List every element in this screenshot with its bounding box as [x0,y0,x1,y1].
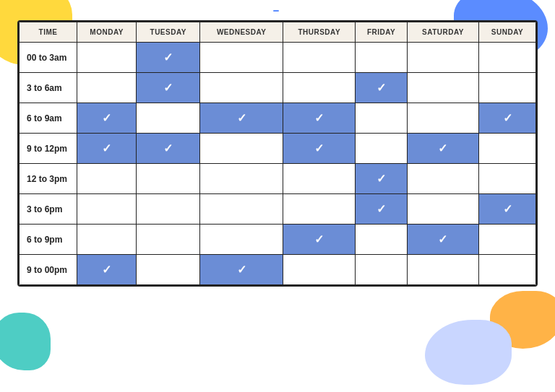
cell-time-4: 12 to 3pm [20,164,77,194]
cell-row3-col6 [479,134,536,164]
cell-time-5: 3 to 6pm [20,194,77,225]
cell-row5-col0 [77,194,137,225]
cell-row6-col4 [356,225,408,255]
cell-row1-col6 [479,73,536,103]
col-header-saturday: SATURDAY [407,22,478,43]
cell-row2-col0: ✓ [77,103,137,134]
cell-row6-col2 [200,225,283,255]
cell-row2-col5 [407,103,478,134]
checkmark-icon: ✓ [314,112,324,124]
cell-time-3: 9 to 12pm [20,134,77,164]
cell-row1-col1: ✓ [137,73,200,103]
cell-row7-col4 [356,255,408,285]
checkmark-icon: ✓ [163,82,173,94]
cell-time-2: 6 to 9am [20,103,77,134]
schedule-table-wrapper: TIME MONDAY TUESDAY WEDNESDAY THURSDAY F… [17,20,538,287]
cell-row4-col0 [77,164,137,194]
col-header-tuesday: TUESDAY [137,22,200,43]
cell-row4-col3 [283,164,356,194]
cell-row2-col4 [356,103,408,134]
brand-header [273,10,282,12]
cell-row0-col4 [356,43,408,73]
checkmark-icon: ✓ [377,82,386,94]
table-row: 00 to 3am✓ [20,43,536,73]
checkmark-icon: ✓ [314,142,324,154]
table-row: 3 to 6pm✓✓ [20,194,536,225]
cell-row3-col4 [356,134,408,164]
page-container: TIME MONDAY TUESDAY WEDNESDAY THURSDAY F… [0,0,555,392]
table-row: 12 to 3pm✓ [20,164,536,194]
cell-row3-col3: ✓ [283,134,356,164]
cell-row0-col1: ✓ [137,43,200,73]
cell-row5-col4: ✓ [356,194,408,225]
table-header-row: TIME MONDAY TUESDAY WEDNESDAY THURSDAY F… [20,22,536,43]
cell-row6-col6 [479,225,536,255]
cell-row2-col6: ✓ [479,103,536,134]
table-row: 3 to 6am✓✓ [20,73,536,103]
cell-row7-col6 [479,255,536,285]
checkmark-icon: ✓ [438,233,447,245]
cell-row1-col3 [283,73,356,103]
checkmark-icon: ✓ [102,112,111,124]
cell-row0-col5 [407,43,478,73]
cell-row7-col2: ✓ [200,255,283,285]
checkmark-icon: ✓ [314,233,324,245]
col-header-thursday: THURSDAY [283,22,356,43]
cell-row3-col0: ✓ [77,134,137,164]
cell-row6-col3: ✓ [283,225,356,255]
cell-row5-col3 [283,194,356,225]
checkmark-icon: ✓ [377,173,386,185]
cell-row1-col5 [407,73,478,103]
table-row: 9 to 00pm✓✓ [20,255,536,285]
cell-row0-col6 [479,43,536,73]
checkmark-icon: ✓ [237,263,246,276]
cell-row1-col0 [77,73,137,103]
checkmark-icon: ✓ [102,142,111,154]
cell-row1-col4: ✓ [356,73,408,103]
col-header-monday: MONDAY [77,22,137,43]
cell-row3-col1: ✓ [137,134,200,164]
cell-time-0: 00 to 3am [20,43,77,73]
cell-time-7: 9 to 00pm [20,255,77,285]
cell-row5-col5 [407,194,478,225]
cell-row7-col1 [137,255,200,285]
cell-row2-col1 [137,103,200,134]
table-row: 6 to 9am✓✓✓✓ [20,103,536,134]
cell-row7-col3 [283,255,356,285]
col-header-friday: FRIDAY [356,22,408,43]
col-header-time: TIME [20,22,77,43]
checkmark-icon: ✓ [102,263,111,276]
cell-time-6: 6 to 9pm [20,225,77,255]
cell-row7-col5 [407,255,478,285]
brand-icon [273,10,279,12]
table-row: 6 to 9pm✓✓ [20,225,536,255]
cell-time-1: 3 to 6am [20,73,77,103]
cell-row4-col6 [479,164,536,194]
cell-row5-col2 [200,194,283,225]
checkmark-icon: ✓ [163,51,173,64]
cell-row7-col0: ✓ [77,255,137,285]
checkmark-icon: ✓ [237,112,246,124]
cell-row3-col5: ✓ [407,134,478,164]
cell-row3-col2 [200,134,283,164]
cell-row1-col2 [200,73,283,103]
cell-row5-col1 [137,194,200,225]
cell-row2-col2: ✓ [200,103,283,134]
checkmark-icon: ✓ [503,203,512,215]
schedule-table: TIME MONDAY TUESDAY WEDNESDAY THURSDAY F… [19,22,536,285]
checkmark-icon: ✓ [503,112,512,124]
checkmark-icon: ✓ [438,142,447,154]
cell-row2-col3: ✓ [283,103,356,134]
col-header-wednesday: WEDNESDAY [200,22,283,43]
col-header-sunday: SUNDAY [479,22,536,43]
cell-row4-col1 [137,164,200,194]
cell-row6-col1 [137,225,200,255]
table-row: 9 to 12pm✓✓✓✓ [20,134,536,164]
cell-row0-col0 [77,43,137,73]
cell-row6-col0 [77,225,137,255]
cell-row4-col2 [200,164,283,194]
checkmark-icon: ✓ [163,142,173,154]
cell-row0-col2 [200,43,283,73]
cell-row4-col5 [407,164,478,194]
cell-row5-col6: ✓ [479,194,536,225]
